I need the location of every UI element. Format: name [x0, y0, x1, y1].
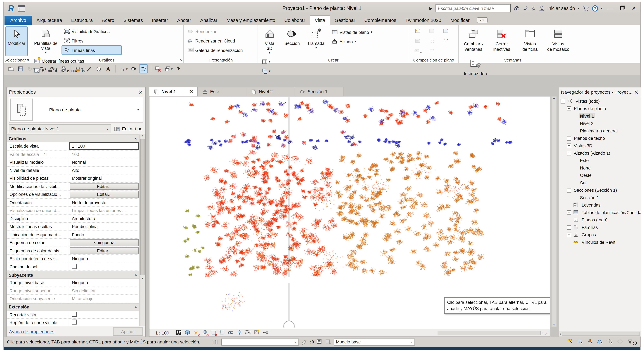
restore-button[interactable] — [618, 5, 627, 11]
property-value[interactable]: Mirar abajo — [72, 296, 94, 301]
browser-node-planos-de-techo[interactable]: +Planos de techo — [559, 135, 641, 142]
view-tab-nivel-1[interactable]: Nivel 1✕ — [149, 87, 198, 96]
close-inactive-windows-button[interactable] — [154, 64, 162, 73]
select-elements-by-face-button[interactable] — [597, 339, 603, 345]
design-options-pick-icon[interactable] — [325, 339, 331, 345]
select-underlay-elements-button[interactable] — [577, 339, 584, 345]
scroll-right-icon[interactable]: › — [542, 331, 543, 335]
expand-toggle-icon[interactable]: + — [567, 232, 571, 237]
view-tab-secci-n-1[interactable]: Sección 1 — [295, 87, 344, 96]
minimize-button[interactable]: — — [606, 5, 615, 11]
select-pinned-elements-button[interactable] — [587, 339, 593, 345]
browser-node-alzados-alzado-1-[interactable]: −Alzados (Alzado 1) — [559, 149, 641, 157]
browser-node-este[interactable]: Este — [559, 157, 641, 164]
browser-node-vistas-3d[interactable]: +Vistas 3D — [559, 142, 641, 149]
elevation-button[interactable]: Alzado▾ — [330, 37, 380, 46]
instance-selector-dropdown[interactable]: Plano de planta: Nivel 1∨ — [9, 124, 111, 133]
properties-section-1[interactable]: Subyacente∧ — [6, 271, 139, 279]
property-checkbox[interactable] — [72, 264, 77, 269]
close-button[interactable]: × — [630, 4, 638, 12]
view-tab-este[interactable]: Este — [198, 87, 246, 96]
browser-node-leyendas[interactable]: Leyendas — [559, 201, 641, 209]
temporary-view-properties-button[interactable] — [245, 329, 251, 336]
browser-node-norte[interactable]: Norte — [559, 164, 641, 172]
view-templates-button[interactable]: Plantillas de vista▾ — [32, 26, 60, 56]
sun-path-button[interactable]: ☀ — [193, 330, 199, 336]
browser-node-oeste[interactable]: Oeste — [559, 172, 641, 179]
analytical-model-button[interactable] — [254, 329, 260, 336]
browser-node-vistas-todo-[interactable]: −Vistas (todo) — [559, 97, 641, 105]
render-in-cloud-button[interactable]: Renderizar en Cloud — [185, 36, 255, 45]
tag-button[interactable]: 1 — [94, 64, 103, 73]
expand-toggle-icon[interactable]: + — [567, 225, 571, 229]
apply-button[interactable]: Aplicar — [113, 327, 143, 336]
empty-viewport-button[interactable] — [429, 48, 435, 55]
property-value-input[interactable]: 1 : 100 — [70, 142, 139, 150]
search-input[interactable] — [436, 4, 511, 12]
property-value-button[interactable]: Editar... — [70, 247, 139, 254]
crop-region-button[interactable] — [219, 329, 225, 336]
scroll-down-icon[interactable]: ▾ — [553, 323, 555, 326]
browser-node-nivel-1[interactable]: Nivel 1 — [559, 112, 641, 120]
properties-section-0[interactable]: Gráficos∧ — [6, 135, 139, 142]
revit-logo-icon[interactable]: R — [6, 3, 16, 13]
sign-in-button[interactable]: Iniciar sesión — [547, 6, 575, 11]
type-selector[interactable]: Plano de planta ▾ — [9, 97, 143, 123]
property-value-button[interactable]: <ninguno> — [70, 239, 139, 246]
crop-view-button[interactable] — [210, 329, 216, 336]
expand-toggle-icon[interactable]: + — [567, 210, 571, 214]
section-button[interactable] — [130, 64, 138, 73]
viewport-button[interactable]: ▾ — [414, 48, 422, 55]
property-value-button[interactable]: Editar... — [70, 191, 139, 198]
property-value[interactable]: Mostrar original — [72, 176, 102, 181]
ribbon-tab-colaborar[interactable]: Colaborar — [280, 16, 310, 25]
graphics-dialog-launcher-icon[interactable]: ↘ — [180, 58, 182, 62]
ribbon-tab-analizar[interactable]: Analizar — [196, 16, 222, 25]
callout-button[interactable]: Llamada▾ — [305, 26, 328, 56]
help-icon[interactable]: ? — [592, 5, 598, 11]
ribbon-tab-acero[interactable]: Acero — [98, 16, 119, 25]
filters-button[interactable]: Filtros — [62, 36, 122, 45]
section-collapse-icon[interactable]: ∧ — [135, 273, 137, 277]
property-value[interactable]: Norte de proyecto — [72, 200, 106, 205]
browser-node-sur[interactable]: Sur — [559, 179, 641, 186]
plan-views-button[interactable]: Vistas de plano▾ — [330, 27, 380, 37]
sign-in-caret-icon[interactable]: ▾ — [578, 6, 580, 10]
browser-node-planos-de-planta[interactable]: −Planos de planta — [559, 105, 641, 112]
ribbon-tab-sistemas[interactable]: Sistemas — [119, 16, 148, 25]
browser-node-planimetr-a-general[interactable]: Planimetría general — [559, 127, 641, 134]
properties-section-2[interactable]: Extensión∧ — [6, 303, 139, 311]
browser-node-v-nculos-de-revit[interactable]: Vínculos de Revit — [559, 238, 641, 246]
section-collapse-icon[interactable]: ∧ — [135, 305, 137, 309]
visibility-graphics-button[interactable]: Visibilidad/ Gráficos — [62, 26, 122, 36]
property-value-button[interactable]: Editar... — [70, 183, 139, 190]
ribbon-tab-modificar[interactable]: Modificar — [446, 16, 474, 25]
property-value[interactable]: Sin delimitar — [72, 288, 96, 293]
view-tab-nivel-2[interactable]: Nivel 2 — [246, 87, 295, 96]
browser-node-tablas-de-planificaci-n-cantida[interactable]: +Tablas de planificación/Cantida — [559, 209, 641, 216]
detail-level-button[interactable] — [176, 329, 182, 336]
view-button[interactable] — [415, 38, 421, 45]
vertical-scrollbar[interactable]: ▾▾ — [551, 96, 557, 327]
browser-node-planos-todo-[interactable]: Planos (todo) — [559, 216, 641, 223]
view-3d-button[interactable]: Vista 3D▾ — [260, 26, 280, 56]
browser-node-secciones-secci-n-1-[interactable]: −Secciones (Sección 1) — [559, 186, 641, 194]
browser-scrollbar[interactable] — [562, 332, 640, 336]
scroll-up-icon[interactable]: ▾ — [553, 97, 555, 101]
resize-grip-icon[interactable]: ⋰ — [544, 331, 548, 335]
expand-toggle-icon[interactable]: + — [567, 143, 571, 148]
render-button[interactable]: Renderizar — [185, 26, 255, 36]
shadows-button[interactable] — [202, 329, 208, 336]
user-icon[interactable] — [539, 5, 544, 11]
customize-qat-button[interactable]: ▾– — [175, 64, 183, 73]
project-browser-close-icon[interactable]: ✕ — [634, 89, 638, 95]
browser-scroll-left-icon[interactable]: ‹ — [560, 332, 561, 336]
browser-node-familias[interactable]: +Familias — [559, 223, 641, 231]
property-value[interactable]: Por disciplina — [72, 224, 98, 229]
ribbon-tab-arquitectura[interactable]: Arquitectura — [32, 16, 67, 25]
design-options-icon[interactable] — [316, 339, 323, 345]
panel-select-label[interactable]: Seleccionar ▾ — [4, 58, 30, 62]
reveal-hidden-elements-button[interactable] — [236, 329, 242, 336]
switch-windows-button[interactable]: Cambiar ▾ventanas — [460, 26, 487, 56]
design-option-dropdown[interactable]: Modelo base∨ — [334, 338, 415, 345]
